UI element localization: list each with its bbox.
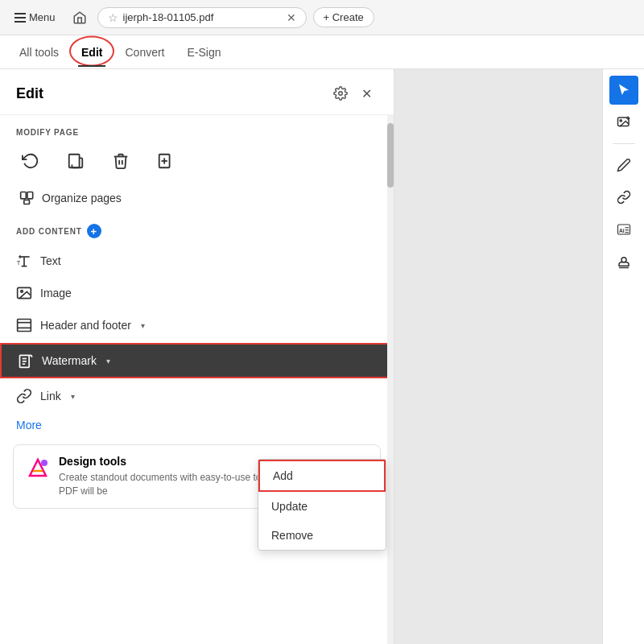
header-footer-button[interactable]: Header and footer ▾ — [0, 309, 394, 341]
stamp-tool-button[interactable] — [609, 247, 638, 276]
add-content-section-label: ADD CONTENT + — [0, 211, 394, 245]
main-layout: Edit ✕ MODIFY PAGE — [0, 69, 644, 644]
delete-page-button[interactable] — [106, 147, 135, 175]
panel-title: Edit — [16, 85, 329, 102]
text-icon: T — [16, 253, 32, 269]
watermark-icon — [18, 353, 34, 369]
settings-button[interactable] — [329, 82, 352, 105]
scrollbar[interactable] — [387, 115, 394, 644]
header-footer-label: Header and footer — [40, 319, 131, 332]
panel-header: Edit ✕ — [0, 69, 394, 115]
tool-tabs-bar: All tools Edit Convert E-Sign — [0, 35, 644, 69]
menu-label: Menu — [29, 11, 56, 23]
organize-pages-label: Organize pages — [42, 192, 122, 204]
tab-esign[interactable]: E-Sign — [184, 38, 225, 67]
add-image-tool-button[interactable] — [609, 108, 638, 137]
design-tools-icon — [25, 455, 51, 481]
panel-close-button[interactable]: ✕ — [355, 82, 378, 105]
watermark-dropdown-menu: Add Update Remove — [258, 459, 386, 551]
rotate-button[interactable] — [16, 147, 45, 175]
tab-convert[interactable]: Convert — [122, 38, 167, 67]
tab-all-tools[interactable]: All tools — [16, 38, 62, 67]
insert-page-button[interactable] — [151, 147, 180, 175]
watermark-label: Watermark — [42, 354, 97, 367]
svg-point-23 — [41, 460, 47, 466]
header-footer-arrow: ▾ — [141, 321, 145, 330]
svg-point-14 — [21, 291, 23, 293]
svg-text:Ai: Ai — [619, 228, 625, 233]
tab-edit[interactable]: Edit — [78, 38, 105, 67]
browser-bar: Menu ☆ ijerph-18-01105.pdf ✕ + Create — [0, 0, 644, 35]
svg-rect-6 — [27, 192, 33, 199]
right-toolbar: Ai — [602, 69, 644, 644]
svg-rect-7 — [24, 200, 30, 204]
link-icon — [16, 388, 32, 404]
watermark-button[interactable]: Watermark ▾ — [0, 343, 394, 378]
image-icon — [16, 285, 32, 301]
ai-text-tool-button[interactable]: Ai — [609, 215, 638, 244]
svg-rect-15 — [18, 320, 31, 332]
image-label: Image — [40, 287, 72, 299]
pdf-content-area — [394, 69, 602, 644]
cursor-tool-button[interactable] — [609, 76, 638, 105]
svg-point-25 — [620, 120, 621, 122]
text-tool-button[interactable]: T Text — [0, 245, 394, 277]
svg-point-33 — [621, 258, 626, 262]
link-arrow: ▾ — [71, 392, 75, 401]
add-content-plus-button[interactable]: + — [87, 224, 101, 238]
watermark-update-button[interactable]: Update — [258, 492, 386, 521]
browser-tab[interactable]: ☆ ijerph-18-01105.pdf ✕ — [97, 7, 307, 28]
edit-panel: Edit ✕ MODIFY PAGE — [0, 69, 394, 644]
toolbar-separator — [613, 143, 635, 144]
modify-page-label: MODIFY PAGE — [0, 115, 394, 143]
bookmark-icon: ☆ — [108, 11, 118, 24]
watermark-add-button[interactable]: Add — [258, 460, 386, 492]
hamburger-icon — [14, 13, 26, 23]
svg-rect-5 — [21, 192, 27, 199]
tab-close-button[interactable]: ✕ — [287, 11, 296, 24]
more-button[interactable]: More — [0, 412, 394, 438]
create-label: + Create — [324, 11, 364, 23]
svg-rect-1 — [69, 155, 80, 168]
extract-page-button[interactable] — [61, 147, 90, 175]
panel-scroll-area[interactable]: MODIFY PAGE — [0, 115, 394, 644]
modify-page-tools — [0, 143, 394, 185]
text-label: Text — [40, 254, 61, 267]
link-button[interactable]: Link ▾ — [0, 380, 394, 412]
svg-point-0 — [339, 92, 343, 96]
watermark-remove-button[interactable]: Remove — [258, 521, 386, 550]
organize-pages-button[interactable]: Organize pages — [3, 185, 390, 211]
pencil-tool-button[interactable] — [609, 151, 638, 180]
scrollbar-thumb[interactable] — [387, 123, 394, 188]
watermark-arrow: ▾ — [106, 357, 110, 365]
tab-title: ijerph-18-01105.pdf — [123, 11, 282, 23]
link-tool-button[interactable] — [609, 183, 638, 212]
svg-text:T: T — [17, 259, 21, 266]
link-label: Link — [40, 390, 61, 402]
create-button[interactable]: + Create — [313, 7, 374, 27]
image-tool-button[interactable]: Image — [0, 277, 394, 309]
home-button[interactable] — [68, 6, 91, 29]
header-footer-icon — [16, 317, 32, 333]
menu-button[interactable]: Menu — [8, 8, 62, 27]
